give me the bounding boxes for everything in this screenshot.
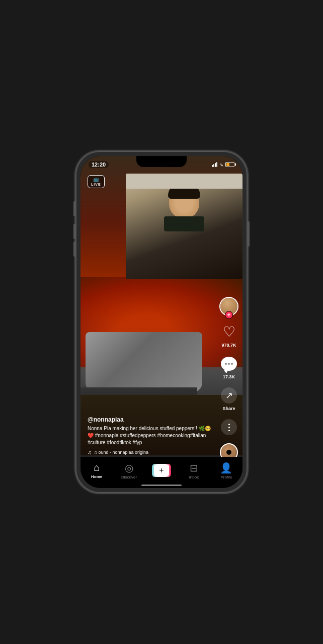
pip-camera [126, 174, 243, 279]
comment-count: 17.3K [223, 374, 235, 379]
more-button[interactable] [220, 418, 238, 436]
status-icons: ∿ [212, 162, 234, 168]
video-info: @nonnapiaa Nonna Pia making her deliciou… [88, 416, 212, 455]
nav-inbox[interactable]: ⊟ Inbox [178, 462, 210, 479]
profile-label: Profile [220, 475, 232, 479]
phone-frame: 12:20 ∿ [75, 151, 248, 493]
share-icon: ↗ [220, 386, 238, 405]
profile-icon: 👤 [220, 462, 232, 474]
nav-home[interactable]: ⌂ Home [80, 462, 113, 479]
create-button[interactable]: + [152, 464, 171, 477]
signal-icon [212, 162, 217, 167]
live-tv-icon: 📺 [93, 177, 99, 182]
video-caption: Nonna Pia making her delicious stuffed p… [88, 425, 212, 446]
status-time: 12:20 [89, 161, 109, 168]
creator-avatar[interactable]: + [219, 297, 238, 316]
home-icon: ⌂ [94, 462, 100, 473]
screen: 12:20 ∿ [80, 156, 243, 488]
battery-icon [225, 162, 234, 167]
home-indicator [141, 485, 182, 486]
music-note-icon: ♫ [88, 449, 92, 455]
phone-screen: 12:20 ∿ [80, 156, 243, 488]
nav-discover[interactable]: ◎ Discover [113, 462, 145, 479]
plus-icon: + [154, 465, 169, 476]
comment-button[interactable]: 17.3K [220, 355, 238, 379]
inbox-label: Inbox [189, 475, 199, 479]
bottom-navigation: ⌂ Home ◎ Discover + ⊟ Inbox 👤 [80, 457, 243, 488]
comment-icon [220, 355, 238, 373]
share-label: Share [222, 406, 235, 411]
live-badge[interactable]: 📺 LIVE [88, 175, 105, 188]
right-sidebar: + ♡ 978.7K [219, 297, 238, 461]
home-label: Home [91, 474, 102, 479]
more-icon [220, 418, 238, 436]
like-count: 978.7K [221, 343, 236, 348]
inbox-icon: ⊟ [190, 462, 198, 474]
discover-icon: ◎ [125, 462, 133, 474]
nav-profile[interactable]: 👤 Profile [210, 462, 243, 479]
nav-create[interactable]: + [145, 464, 178, 477]
share-button[interactable]: ↗ Share [220, 386, 238, 411]
heart-icon: ♡ [220, 323, 238, 341]
music-info[interactable]: ♫ ♫ ound - nonnapiaa origina [88, 449, 212, 455]
creator-username[interactable]: @nonnapiaa [88, 416, 212, 423]
like-button[interactable]: ♡ 978.7K [220, 323, 238, 348]
live-text: LIVE [91, 183, 101, 186]
music-text: ♫ ound - nonnapiaa origina [94, 450, 148, 455]
wifi-icon: ∿ [219, 162, 223, 168]
comment-bubble [221, 357, 237, 371]
discover-label: Discover [121, 475, 137, 479]
follow-button[interactable]: + [225, 311, 233, 319]
notch [136, 156, 187, 167]
